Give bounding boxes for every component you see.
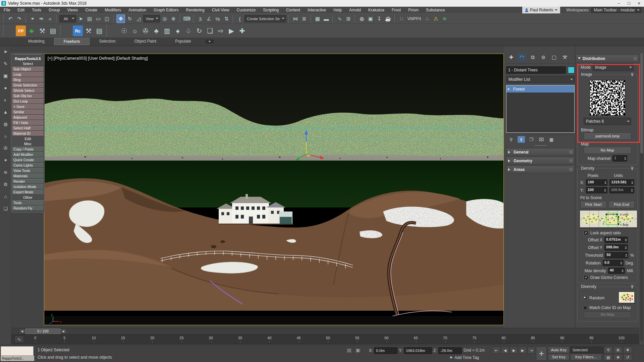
rollout-header[interactable]: Areas <box>506 166 575 173</box>
mirror-icon[interactable]: ⋈ <box>291 15 300 23</box>
remove-modifier-icon[interactable]: ⌧ <box>538 136 545 143</box>
select-move-icon[interactable]: ✥ <box>116 14 125 23</box>
menu-group[interactable]: Group <box>45 8 63 12</box>
warning-icon[interactable]: ⚠ <box>432 15 440 23</box>
sun-icon[interactable]: ☼ <box>130 25 140 36</box>
menu-customize[interactable]: Customize <box>233 8 260 12</box>
dock-layers-icon[interactable]: ❏ <box>2 205 9 212</box>
pick-end-button[interactable]: Pick End <box>608 201 635 208</box>
bind-spacewarp-icon[interactable]: ≈ <box>46 15 54 23</box>
rappatools-button[interactable]: Dot Loop <box>12 99 44 104</box>
object-color-swatch[interactable] <box>568 67 575 73</box>
rappatools-button[interactable]: Fill / Hole <box>12 120 44 125</box>
tab-modeling[interactable]: Modeling <box>19 38 54 45</box>
tree-icon[interactable]: ♠ <box>173 25 183 36</box>
snap-toggle-3d-icon[interactable]: 3 <box>196 15 204 23</box>
rappatools-button[interactable]: Tools <box>12 200 44 205</box>
go-to-end-button[interactable]: ⇥ <box>527 347 535 354</box>
curve-editor-icon[interactable]: ∿ <box>336 15 344 23</box>
collapse-chevron-icon[interactable]: ≫ <box>630 166 635 171</box>
go-to-start-button[interactable]: ⇤ <box>492 347 500 354</box>
dock-home-icon[interactable]: ⌂ <box>2 193 9 200</box>
offset-x-spinner[interactable]: 0.0751m <box>604 237 628 243</box>
rappatools-button[interactable]: Cams Lights <box>12 163 44 168</box>
dock-material-icon[interactable]: ◍ <box>2 120 9 128</box>
selection-set-dropdown[interactable]: Create Selection Se <box>245 15 286 22</box>
add-time-tag[interactable]: ⚑ Add Time Tag <box>449 355 479 360</box>
distribution-mode-dropdown[interactable]: Image <box>593 64 634 71</box>
density-y-units-spinner[interactable]: 100.0m <box>609 187 634 193</box>
map-channel-spinner[interactable]: 1 <box>612 155 627 162</box>
named-selection-sets-icon[interactable]: { <box>236 15 244 23</box>
rappatools-button[interactable]: View Tools <box>12 168 44 173</box>
user-account-button[interactable]: Paul Roberts <box>522 7 560 13</box>
map-button[interactable]: No Map <box>584 147 631 154</box>
distribution-rollout-header[interactable]: Distribution <box>576 55 639 62</box>
tab-object-paint[interactable]: Object Paint <box>125 38 166 45</box>
select-rotate-icon[interactable]: ↻ <box>126 15 134 23</box>
offset-y-spinner[interactable]: 598.0m <box>604 244 628 251</box>
menu-graph-editors[interactable]: Graph Editors <box>150 8 182 12</box>
forest-list-icon[interactable]: ▤ <box>48 25 58 36</box>
pin-stack-icon[interactable]: ⚲ <box>507 136 515 143</box>
rappatools-button[interactable]: Sub Obj Iso <box>12 94 44 99</box>
rappatools-button[interactable]: Materials <box>12 174 44 179</box>
rappatools-button[interactable]: Ring <box>12 77 44 82</box>
rendered-frame-icon[interactable]: ↧ <box>375 15 383 23</box>
railclone-list-icon[interactable]: ▤ <box>94 25 104 36</box>
rappatools-button[interactable]: + Save <box>12 104 44 109</box>
angle-snap-icon[interactable]: ∠ <box>205 15 213 23</box>
rappatools-button[interactable]: Expert Mode <box>12 190 44 195</box>
random-radio[interactable] <box>583 296 587 300</box>
rollout-header[interactable]: General <box>506 148 575 156</box>
schematic-view-icon[interactable]: ⊞ <box>344 15 353 23</box>
align-icon[interactable]: ≣ <box>300 15 308 23</box>
arrow-box-icon[interactable]: ⇨ <box>216 25 226 36</box>
y-coord-field[interactable]: 1063.018m <box>404 347 432 354</box>
rollout-header[interactable]: Geometry <box>506 157 575 165</box>
menu-civil-view[interactable]: Civil View <box>208 8 233 12</box>
rappatools-button[interactable]: Grow Selection <box>12 83 44 88</box>
previous-frame-arrow[interactable]: ◀ <box>19 328 25 334</box>
z-coord-field[interactable]: -28.0m <box>438 347 462 354</box>
forest-icon[interactable]: ♣ <box>26 25 37 36</box>
density-y-pixels-spinner[interactable]: 100 <box>586 187 607 193</box>
dock-select-icon[interactable]: ➤ <box>2 48 9 55</box>
select-scale-icon[interactable]: ◿ <box>135 15 143 23</box>
rappatools-button[interactable]: Select Half <box>12 126 44 131</box>
mini-curve-editor-icon[interactable]: ∿ <box>14 336 24 343</box>
menu-arnold[interactable]: Arnold <box>345 8 365 12</box>
rotation-spinner[interactable]: 0.0 <box>603 260 624 266</box>
vmpp4-label[interactable]: VMPP4 <box>406 15 423 23</box>
image-preset-dropdown[interactable]: Patches 6 <box>584 118 631 125</box>
menu-frost[interactable]: Frost <box>388 8 405 12</box>
menu-scripting[interactable]: Scripting <box>259 8 282 12</box>
panel-divider[interactable] <box>575 46 576 345</box>
next-frame-arrow[interactable]: ▶ <box>61 328 67 334</box>
menu-rendering[interactable]: Rendering <box>182 8 208 12</box>
dock-sphere-icon[interactable]: ● <box>2 84 9 92</box>
orbit-icon[interactable]: ↺ <box>623 354 632 361</box>
refresh-icon[interactable]: ↻ <box>194 25 204 36</box>
rappatools-button[interactable]: Add Modifier <box>12 152 44 157</box>
link-icon[interactable]: ⚭ <box>29 15 37 23</box>
ref-coordsys-dropdown[interactable]: View <box>143 15 160 22</box>
diversity-map-button[interactable]: No Map <box>584 311 631 318</box>
camera-icon[interactable]: ✇ <box>141 25 151 36</box>
dock-helper-icon[interactable]: ✦ <box>2 157 9 164</box>
threshold-spinner[interactable]: 50 <box>605 252 628 258</box>
play-button[interactable]: ▶ <box>510 347 518 354</box>
modifier-stack[interactable]: Forest <box>506 85 575 133</box>
configure-modifier-sets-icon[interactable]: ▦ <box>548 136 555 143</box>
next-frame-button[interactable]: ▶ <box>519 347 527 354</box>
tab-hierarchy[interactable]: ⧉ <box>528 53 537 61</box>
rappatools-button[interactable]: Material ID <box>12 131 44 136</box>
show-end-result-icon[interactable]: ‖ <box>518 136 525 143</box>
rappatools-button[interactable]: Quick Create <box>12 158 44 163</box>
track-bar[interactable]: ∿ 05101520253035404550556065707580859095… <box>11 335 639 344</box>
select-manipulate-icon[interactable]: ⊕ <box>169 15 177 23</box>
dock-light-icon[interactable]: ☼ <box>2 132 9 140</box>
object-name-field[interactable]: 1 - Distant Trees <box>506 66 566 74</box>
pick-start-button[interactable]: Pick Start <box>580 201 606 208</box>
menu-help[interactable]: Help <box>330 8 345 12</box>
